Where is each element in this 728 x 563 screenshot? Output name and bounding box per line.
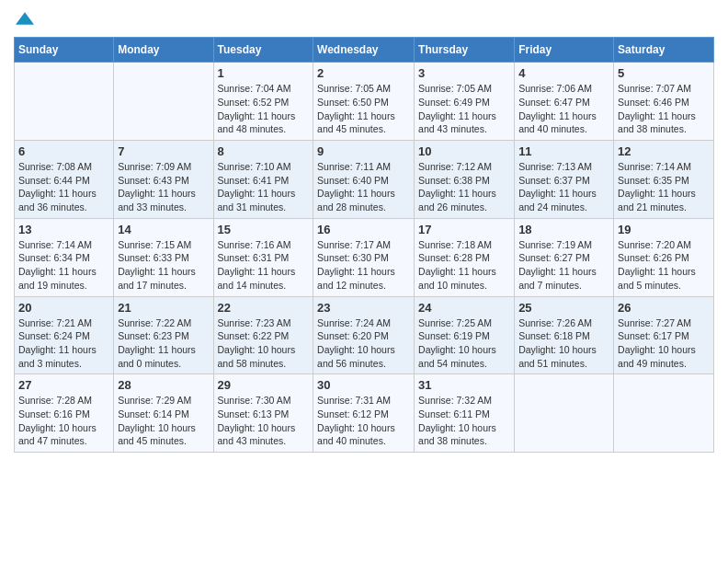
calendar-cell: 19Sunrise: 7:20 AM Sunset: 6:26 PM Dayli… bbox=[614, 218, 714, 296]
calendar-cell: 12Sunrise: 7:14 AM Sunset: 6:35 PM Dayli… bbox=[614, 141, 714, 219]
day-info: Sunrise: 7:07 AM Sunset: 6:46 PM Dayligh… bbox=[618, 82, 710, 136]
calendar-cell: 28Sunrise: 7:29 AM Sunset: 6:14 PM Dayli… bbox=[114, 374, 213, 453]
calendar-week-row: 6Sunrise: 7:08 AM Sunset: 6:44 PM Daylig… bbox=[15, 141, 714, 219]
weekday-header-saturday: Saturday bbox=[614, 38, 714, 63]
day-info: Sunrise: 7:05 AM Sunset: 6:50 PM Dayligh… bbox=[317, 82, 410, 136]
calendar-cell: 17Sunrise: 7:18 AM Sunset: 6:28 PM Dayli… bbox=[415, 218, 515, 296]
calendar-cell: 4Sunrise: 7:06 AM Sunset: 6:47 PM Daylig… bbox=[515, 63, 614, 141]
day-number: 5 bbox=[618, 66, 710, 80]
calendar-cell: 13Sunrise: 7:14 AM Sunset: 6:34 PM Dayli… bbox=[15, 218, 114, 296]
weekday-header-row: SundayMondayTuesdayWednesdayThursdayFrid… bbox=[15, 38, 714, 63]
calendar-cell: 20Sunrise: 7:21 AM Sunset: 6:24 PM Dayli… bbox=[15, 296, 114, 374]
day-number: 13 bbox=[18, 223, 109, 236]
weekday-header-wednesday: Wednesday bbox=[313, 38, 415, 63]
day-number: 4 bbox=[518, 66, 609, 80]
day-info: Sunrise: 7:12 AM Sunset: 6:38 PM Dayligh… bbox=[418, 160, 510, 214]
calendar-cell: 29Sunrise: 7:30 AM Sunset: 6:13 PM Dayli… bbox=[213, 374, 313, 453]
day-number: 29 bbox=[218, 378, 310, 392]
weekday-header-sunday: Sunday bbox=[15, 38, 114, 63]
calendar-cell: 5Sunrise: 7:07 AM Sunset: 6:46 PM Daylig… bbox=[614, 63, 714, 141]
day-info: Sunrise: 7:23 AM Sunset: 6:22 PM Dayligh… bbox=[218, 316, 310, 371]
calendar-cell: 15Sunrise: 7:16 AM Sunset: 6:31 PM Dayli… bbox=[213, 218, 313, 296]
calendar-cell bbox=[515, 374, 614, 453]
day-number: 31 bbox=[418, 378, 510, 392]
logo-icon bbox=[16, 9, 34, 28]
day-number: 9 bbox=[317, 144, 410, 158]
calendar-cell: 30Sunrise: 7:31 AM Sunset: 6:12 PM Dayli… bbox=[313, 374, 415, 453]
day-number: 7 bbox=[118, 144, 209, 158]
day-info: Sunrise: 7:10 AM Sunset: 6:41 PM Dayligh… bbox=[218, 160, 310, 214]
day-number: 1 bbox=[218, 66, 310, 80]
day-number: 14 bbox=[118, 223, 209, 236]
calendar-week-row: 1Sunrise: 7:04 AM Sunset: 6:52 PM Daylig… bbox=[15, 63, 714, 141]
calendar-table: SundayMondayTuesdayWednesdayThursdayFrid… bbox=[14, 37, 714, 453]
calendar-cell: 16Sunrise: 7:17 AM Sunset: 6:30 PM Dayli… bbox=[313, 218, 415, 296]
calendar-cell: 25Sunrise: 7:26 AM Sunset: 6:18 PM Dayli… bbox=[515, 296, 614, 374]
day-info: Sunrise: 7:08 AM Sunset: 6:44 PM Dayligh… bbox=[18, 160, 109, 214]
page-container: SundayMondayTuesdayWednesdayThursdayFrid… bbox=[0, 0, 728, 462]
day-info: Sunrise: 7:14 AM Sunset: 6:35 PM Dayligh… bbox=[618, 160, 710, 214]
day-info: Sunrise: 7:18 AM Sunset: 6:28 PM Dayligh… bbox=[418, 238, 510, 293]
day-number: 20 bbox=[18, 301, 109, 315]
day-number: 12 bbox=[618, 144, 710, 158]
day-info: Sunrise: 7:21 AM Sunset: 6:24 PM Dayligh… bbox=[18, 316, 109, 371]
calendar-cell: 6Sunrise: 7:08 AM Sunset: 6:44 PM Daylig… bbox=[15, 141, 114, 219]
day-number: 18 bbox=[518, 223, 609, 236]
calendar-cell: 21Sunrise: 7:22 AM Sunset: 6:23 PM Dayli… bbox=[114, 296, 213, 374]
day-info: Sunrise: 7:11 AM Sunset: 6:40 PM Dayligh… bbox=[317, 160, 410, 214]
day-info: Sunrise: 7:14 AM Sunset: 6:34 PM Dayligh… bbox=[18, 238, 109, 293]
calendar-cell: 9Sunrise: 7:11 AM Sunset: 6:40 PM Daylig… bbox=[313, 141, 415, 219]
day-info: Sunrise: 7:30 AM Sunset: 6:13 PM Dayligh… bbox=[218, 394, 310, 448]
calendar-cell: 8Sunrise: 7:10 AM Sunset: 6:41 PM Daylig… bbox=[213, 141, 313, 219]
day-number: 28 bbox=[118, 378, 209, 392]
day-number: 16 bbox=[317, 223, 410, 236]
page-header bbox=[14, 9, 714, 28]
day-number: 15 bbox=[218, 223, 310, 236]
day-info: Sunrise: 7:17 AM Sunset: 6:30 PM Dayligh… bbox=[317, 238, 410, 293]
calendar-cell: 1Sunrise: 7:04 AM Sunset: 6:52 PM Daylig… bbox=[213, 63, 313, 141]
day-info: Sunrise: 7:32 AM Sunset: 6:11 PM Dayligh… bbox=[418, 394, 510, 448]
day-number: 21 bbox=[118, 301, 209, 315]
day-info: Sunrise: 7:05 AM Sunset: 6:49 PM Dayligh… bbox=[418, 82, 510, 136]
day-info: Sunrise: 7:06 AM Sunset: 6:47 PM Dayligh… bbox=[518, 82, 609, 136]
day-number: 19 bbox=[618, 223, 710, 236]
calendar-cell: 7Sunrise: 7:09 AM Sunset: 6:43 PM Daylig… bbox=[114, 141, 213, 219]
day-info: Sunrise: 7:04 AM Sunset: 6:52 PM Dayligh… bbox=[218, 82, 310, 136]
day-number: 17 bbox=[418, 223, 510, 236]
day-number: 25 bbox=[518, 301, 609, 315]
calendar-cell: 14Sunrise: 7:15 AM Sunset: 6:33 PM Dayli… bbox=[114, 218, 213, 296]
day-number: 30 bbox=[317, 378, 410, 392]
calendar-cell: 27Sunrise: 7:28 AM Sunset: 6:16 PM Dayli… bbox=[15, 374, 114, 453]
calendar-cell: 18Sunrise: 7:19 AM Sunset: 6:27 PM Dayli… bbox=[515, 218, 614, 296]
day-number: 10 bbox=[418, 144, 510, 158]
day-info: Sunrise: 7:09 AM Sunset: 6:43 PM Dayligh… bbox=[118, 160, 209, 214]
day-info: Sunrise: 7:28 AM Sunset: 6:16 PM Dayligh… bbox=[18, 394, 109, 448]
calendar-cell: 10Sunrise: 7:12 AM Sunset: 6:38 PM Dayli… bbox=[415, 141, 515, 219]
calendar-cell: 22Sunrise: 7:23 AM Sunset: 6:22 PM Dayli… bbox=[213, 296, 313, 374]
calendar-cell: 24Sunrise: 7:25 AM Sunset: 6:19 PM Dayli… bbox=[415, 296, 515, 374]
day-number: 22 bbox=[218, 301, 310, 315]
day-info: Sunrise: 7:27 AM Sunset: 6:17 PM Dayligh… bbox=[618, 316, 710, 371]
weekday-header-tuesday: Tuesday bbox=[213, 38, 313, 63]
calendar-cell: 2Sunrise: 7:05 AM Sunset: 6:50 PM Daylig… bbox=[313, 63, 415, 141]
day-info: Sunrise: 7:15 AM Sunset: 6:33 PM Dayligh… bbox=[118, 238, 209, 293]
calendar-cell: 23Sunrise: 7:24 AM Sunset: 6:20 PM Dayli… bbox=[313, 296, 415, 374]
calendar-cell bbox=[15, 63, 114, 141]
day-number: 11 bbox=[518, 144, 609, 158]
day-info: Sunrise: 7:26 AM Sunset: 6:18 PM Dayligh… bbox=[518, 316, 609, 371]
day-info: Sunrise: 7:31 AM Sunset: 6:12 PM Dayligh… bbox=[317, 394, 410, 448]
calendar-cell bbox=[614, 374, 714, 453]
day-number: 2 bbox=[317, 66, 410, 80]
calendar-week-row: 27Sunrise: 7:28 AM Sunset: 6:16 PM Dayli… bbox=[15, 374, 714, 453]
day-info: Sunrise: 7:25 AM Sunset: 6:19 PM Dayligh… bbox=[418, 316, 510, 371]
weekday-header-friday: Friday bbox=[515, 38, 614, 63]
day-info: Sunrise: 7:19 AM Sunset: 6:27 PM Dayligh… bbox=[518, 238, 609, 293]
day-info: Sunrise: 7:13 AM Sunset: 6:37 PM Dayligh… bbox=[518, 160, 609, 214]
day-info: Sunrise: 7:16 AM Sunset: 6:31 PM Dayligh… bbox=[218, 238, 310, 293]
logo bbox=[14, 9, 34, 28]
day-number: 26 bbox=[618, 301, 710, 315]
calendar-cell: 31Sunrise: 7:32 AM Sunset: 6:11 PM Dayli… bbox=[415, 374, 515, 453]
calendar-cell: 3Sunrise: 7:05 AM Sunset: 6:49 PM Daylig… bbox=[415, 63, 515, 141]
weekday-header-thursday: Thursday bbox=[415, 38, 515, 63]
day-number: 8 bbox=[218, 144, 310, 158]
